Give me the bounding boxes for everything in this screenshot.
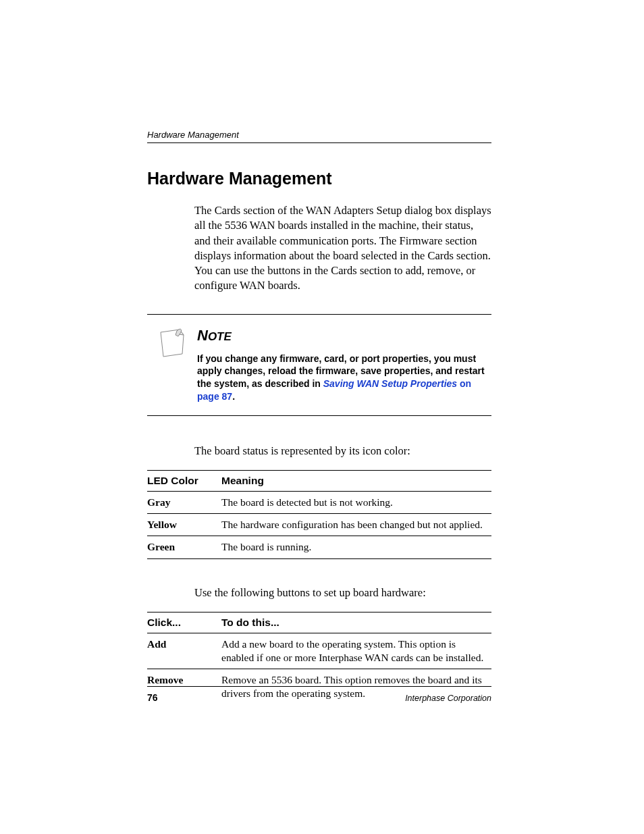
- footer-corporation: Interphase Corporation: [405, 694, 491, 703]
- section-title: Hardware Management: [147, 169, 491, 188]
- led-intro: The board status is represented by its i…: [194, 444, 491, 458]
- led-table-header-col1: LED Color: [147, 471, 221, 492]
- note-text: If you change any firmware, card, or por…: [197, 353, 491, 404]
- note-icon: [157, 327, 188, 358]
- page-number: 76: [147, 692, 158, 703]
- table-row: Add Add a new board to the operating sys…: [147, 633, 491, 669]
- led-table-header-col2: Meaning: [221, 471, 491, 492]
- footer-rule: [147, 686, 491, 687]
- running-header: Hardware Management: [147, 130, 491, 140]
- led-meaning-cell: The board is detected but is not working…: [221, 492, 491, 514]
- led-color-cell: Green: [147, 536, 221, 558]
- led-color-cell: Gray: [147, 492, 221, 514]
- note-text-after: .: [232, 391, 235, 402]
- note-heading-first: N: [197, 327, 208, 344]
- table-row: Gray The board is detected but is not wo…: [147, 492, 491, 514]
- note-heading: NOTE: [197, 327, 491, 344]
- note-heading-rest: OTE: [208, 330, 232, 343]
- btn-click-cell: Add: [147, 633, 221, 669]
- table-row: Yellow The hardware configuration has be…: [147, 514, 491, 536]
- led-color-cell: Yellow: [147, 514, 221, 536]
- led-meaning-cell: The board is running.: [221, 536, 491, 558]
- btn-table-header-col2: To do this...: [221, 612, 491, 633]
- header-rule: [147, 142, 491, 143]
- intro-paragraph: The Cards section of the WAN Adapters Se…: [194, 203, 491, 294]
- btn-table-header-col1: Click...: [147, 612, 221, 633]
- note-top-rule: [147, 314, 491, 315]
- button-intro: Use the following buttons to set up boar…: [194, 586, 491, 600]
- table-row: Green The board is running.: [147, 536, 491, 558]
- note-link[interactable]: Saving WAN Setup Properties: [323, 378, 457, 389]
- note-block: NOTE If you change any firmware, card, o…: [157, 327, 491, 404]
- btn-action-cell: Add a new board to the operating system.…: [221, 633, 491, 669]
- led-color-table: LED Color Meaning Gray The board is dete…: [147, 470, 491, 558]
- note-bottom-rule: [147, 415, 491, 416]
- page-footer: 76 Interphase Corporation: [147, 686, 491, 703]
- led-meaning-cell: The hardware configuration has been chan…: [221, 514, 491, 536]
